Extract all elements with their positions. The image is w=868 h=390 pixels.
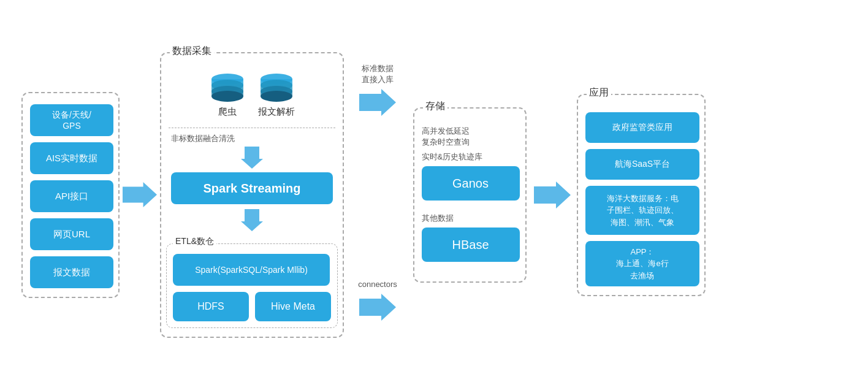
connectors-arrow-group: connectors [358, 279, 397, 321]
arrow-sources-to-collect [123, 182, 157, 207]
source-device: 设备/天线/GPS [30, 104, 113, 136]
hdfs-btn: HDFS [173, 292, 249, 321]
col-collect: 数据采集 爬虫 [157, 52, 347, 338]
source-url: 网页URL [30, 218, 113, 250]
mid-arrows: 标准数据 直接入库 connectors [347, 45, 408, 345]
diagram: 设备/天线/GPS AIS实时数据 API接口 网页URL 报文数据 数据采集 [0, 0, 868, 390]
collect-crawler: 爬虫 [208, 71, 247, 118]
svg-point-7 [211, 91, 243, 102]
hive-btn: Hive Meta [255, 292, 331, 321]
sources-box: 设备/天线/GPS AIS实时数据 API接口 网页URL 报文数据 [21, 92, 120, 298]
spark-streaming-btn: Spark Streaming [171, 172, 333, 204]
realtime-label: 实时&历史轨迹库 [422, 151, 518, 162]
app-gov: 政府监管类应用 [585, 112, 699, 143]
etl-bottom-row: HDFS Hive Meta [173, 292, 331, 321]
svg-marker-16 [241, 209, 263, 231]
svg-marker-17 [359, 89, 396, 116]
storage-title: 存储 [423, 100, 447, 113]
col-sources: 设备/天线/GPS AIS实时数据 API接口 网页URL 报文数据 [18, 92, 123, 298]
apps-box: 应用 政府监管类应用 航海SaaS平台 海洋大数据服务：电子围栏、轨迹回放、海图… [577, 94, 706, 297]
collect-title: 数据采集 [170, 45, 214, 58]
hbase-btn: HBase [422, 228, 520, 262]
etl-title: ETL&数仓 [173, 236, 216, 247]
non-std-label: 非标数据融合清洗 [171, 133, 235, 144]
std-data-label: 标准数据 直接入库 [362, 63, 394, 85]
col-apps: 应用 政府监管类应用 航海SaaS平台 海洋大数据服务：电子围栏、轨迹回放、海图… [574, 94, 709, 297]
storage-box: 存储 高并发低延迟 复杂时空查询 实时&历史轨迹库 Ganos 其他数据 HBa… [413, 107, 527, 283]
std-arrow-group: 标准数据 直接入库 [359, 63, 396, 116]
arrow-down-2 [241, 209, 263, 231]
crawler-label: 爬虫 [218, 106, 237, 118]
svg-marker-19 [534, 182, 571, 208]
app-mobile: APP：海上通、海e行去渔场 [585, 241, 699, 287]
app-ocean: 海洋大数据服务：电子围栏、轨迹回放、海图、潮汛、气象 [585, 186, 699, 235]
svg-marker-0 [123, 182, 157, 207]
svg-point-14 [261, 91, 292, 102]
collect-top-row: 爬虫 报文解析 [208, 71, 296, 118]
source-ais: AIS实时数据 [30, 142, 113, 174]
apps-title: 应用 [587, 86, 611, 99]
collect-box: 数据采集 爬虫 [160, 52, 344, 338]
svg-marker-18 [359, 294, 396, 321]
separator [169, 128, 335, 128]
parser-label: 报文解析 [258, 106, 295, 118]
app-saas: 航海SaaS平台 [585, 149, 699, 180]
etl-spark-btn: Spark(SparkSQL/Spark Mllib) [173, 254, 330, 286]
collect-parser: 报文解析 [257, 71, 296, 118]
col-storage: 存储 高并发低延迟 复杂时空查询 实时&历史轨迹库 Ganos 其他数据 HBa… [408, 107, 531, 283]
source-msg: 报文数据 [30, 256, 113, 288]
connectors-label: connectors [358, 279, 397, 290]
ganos-btn: Ganos [422, 166, 520, 201]
etl-box: ETL&数仓 Spark(SparkSQL/Spark Mllib) HDFS … [166, 243, 338, 328]
arrow-down-1 [241, 147, 263, 169]
source-api: API接口 [30, 180, 113, 212]
other-label: 其他数据 [422, 213, 518, 224]
svg-marker-15 [241, 147, 263, 169]
arrow-storage-to-apps [531, 182, 574, 208]
high-perf-label: 高并发低延迟 复杂时空查询 [422, 126, 518, 148]
